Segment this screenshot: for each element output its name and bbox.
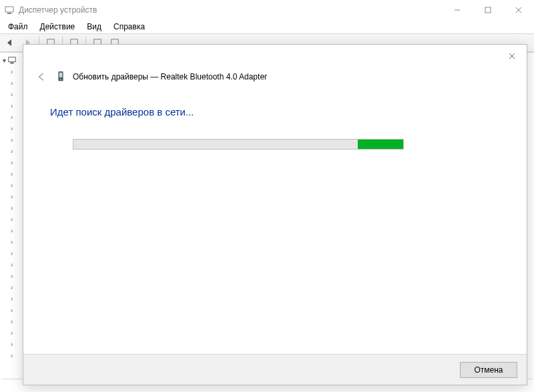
progress-indicator [358,140,403,149]
tree-item[interactable] [11,66,21,77]
progress-bar [73,139,404,150]
menu-help[interactable]: Справка [108,21,150,33]
menu-action[interactable]: Действие [35,21,81,33]
svg-rect-1 [7,13,11,14]
tree-item[interactable] [11,77,21,89]
svg-rect-11 [10,63,13,64]
back-arrow-icon[interactable] [35,70,49,83]
tree-item[interactable] [11,248,21,259]
tree-item[interactable] [11,202,21,214]
window-titlebar: Диспетчер устройств [0,0,534,20]
close-button[interactable] [503,0,534,20]
menu-file[interactable]: Файл [3,21,33,33]
tree-item[interactable] [11,191,21,202]
dialog-title: Обновить драйверы — Realtek Bluetooth 4.… [73,72,267,81]
tree-item[interactable] [11,168,21,180]
menu-view[interactable]: Вид [81,21,107,33]
tree-item[interactable] [11,316,21,327]
tree-item[interactable] [11,100,21,112]
update-driver-dialog: Обновить драйверы — Realtek Bluetooth 4.… [23,44,527,385]
tree-item[interactable] [11,327,21,339]
tree-item[interactable] [11,89,21,100]
tree-item[interactable] [11,350,21,361]
tree-item[interactable] [11,305,21,316]
svg-point-16 [60,79,61,80]
svg-rect-3 [485,7,491,13]
device-tree[interactable]: ▾ [3,54,21,389]
tree-item[interactable] [11,236,21,248]
maximize-button[interactable] [473,0,503,20]
tree-item[interactable] [11,146,21,157]
computer-icon [7,55,17,65]
minimize-button[interactable] [442,0,473,20]
cancel-button[interactable]: Отмена [460,362,517,378]
tree-item[interactable] [11,225,21,236]
tree-item[interactable] [11,259,21,270]
app-icon [4,5,15,15]
status-text: Идет поиск драйверов в сети... [50,106,500,118]
tree-item[interactable] [11,339,21,350]
tree-item[interactable] [11,293,21,305]
tree-item[interactable] [11,214,21,225]
menubar: Файл Действие Вид Справка [0,20,534,33]
tree-item[interactable] [11,112,21,123]
dialog-header: Обновить драйверы — Realtek Bluetooth 4.… [23,67,527,86]
tree-item[interactable] [11,123,21,134]
tree-root[interactable]: ▾ [3,54,21,66]
svg-rect-0 [5,7,13,12]
tree-item[interactable] [11,157,21,168]
svg-rect-10 [9,57,16,62]
tree-item[interactable] [11,270,21,282]
device-icon [55,70,66,83]
tree-item[interactable] [11,134,21,146]
tree-item[interactable] [11,282,21,293]
tree-children [11,66,21,361]
svg-rect-15 [59,73,63,77]
tree-item[interactable] [11,180,21,191]
dialog-titlebar [23,45,527,67]
dialog-close-button[interactable] [501,47,523,65]
back-arrow-icon[interactable] [3,35,17,50]
dialog-footer: Отмена [23,354,527,385]
window-title: Диспетчер устройств [19,5,442,15]
chevron-down-icon: ▾ [3,57,6,64]
dialog-body: Идет поиск драйверов в сети... [23,86,527,354]
window-controls [442,0,534,19]
